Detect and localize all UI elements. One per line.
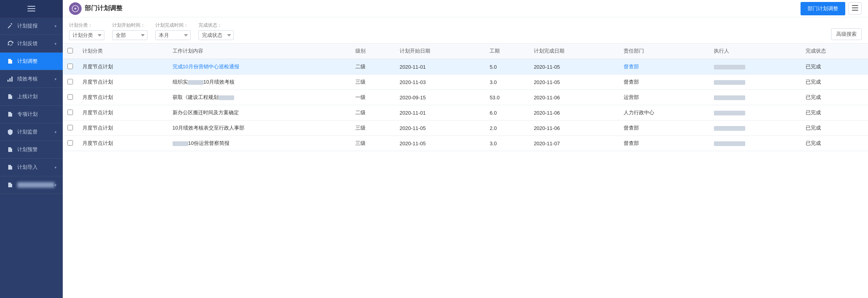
table-row: 月度节点计划10份运营督察简报三级2020-11-053.02020-11-07… <box>63 136 868 151</box>
col-level: 级别 <box>351 44 395 59</box>
chevron-icon: ▾ <box>55 183 56 187</box>
menu-button[interactable] <box>848 2 862 15</box>
dept-plan-adjust-button[interactable]: 部门计划调整 <box>801 2 845 15</box>
select-all-checkbox[interactable] <box>67 48 73 53</box>
sidebar-item-label: 计划提报 <box>17 22 55 29</box>
sidebar: 计划提报 ▾ 计划反馈 ▾ 计划调整 绩效考核 ▾ 上线计划 专项计划 <box>0 0 63 298</box>
chevron-icon: ▾ <box>55 42 56 46</box>
sidebar-item-plan-import[interactable]: 计划导入 ▾ <box>0 159 63 176</box>
table-header-row: 计划分类 工作计划内容 级别 计划开始日期 工期 计划完成日期 责任部门 执行人… <box>63 44 868 59</box>
sidebar-item-plan-monitor[interactable]: 计划监督 ▾ <box>0 123 63 141</box>
row-duration: 53.0 <box>485 90 529 105</box>
row-dept: 督查部 <box>619 75 709 90</box>
sidebar-item-label: 绩效考核 <box>17 75 55 82</box>
row-dept[interactable]: 督查部 <box>619 59 709 75</box>
sidebar-item-plan-warn[interactable]: 计划预警 <box>0 141 63 159</box>
row-checkbox[interactable] <box>67 94 73 100</box>
row-content: 10份运营督察简报 <box>168 136 351 151</box>
row-content[interactable]: 完成10月份营销中心巡检通报 <box>168 59 351 75</box>
row-start-date: 2020-11-05 <box>395 121 485 136</box>
row-end-date: 2020-11-06 <box>529 121 619 136</box>
advanced-search-button[interactable]: 高级搜索 <box>831 28 862 40</box>
row-checkbox[interactable] <box>67 110 73 115</box>
sidebar-item-online-plan[interactable]: 上线计划 <box>0 88 63 106</box>
row-start-date: 2020-09-15 <box>395 90 485 105</box>
row-duration: 6.0 <box>485 105 529 121</box>
bar-icon <box>6 75 14 83</box>
chevron-icon: ▾ <box>55 130 56 134</box>
row-end-date: 2020-11-06 <box>529 90 619 105</box>
row-start-date: 2020-11-05 <box>395 136 485 151</box>
sidebar-item-label: 计划反馈 <box>17 40 55 47</box>
topbar-left: 部门计划调整 <box>69 2 122 15</box>
menu-icon <box>27 5 35 13</box>
row-content: 10月绩效考核表交至行政人事部 <box>168 121 351 136</box>
start-select[interactable]: 全部 <box>112 30 147 40</box>
sync-icon <box>6 40 14 48</box>
row-checkbox[interactable] <box>67 125 73 130</box>
end-select[interactable]: 本月 <box>155 30 191 40</box>
plan-table: 计划分类 工作计划内容 级别 计划开始日期 工期 计划完成日期 责任部门 执行人… <box>63 44 868 151</box>
blurred-executor <box>714 111 745 115</box>
row-checkbox-cell <box>63 121 78 136</box>
doc3-icon <box>6 110 14 118</box>
row-category: 月度节点计划 <box>78 105 168 121</box>
sidebar-item-perf-check[interactable]: 绩效考核 ▾ <box>0 70 63 88</box>
sidebar-item-label: 专项计划 <box>17 111 56 118</box>
dept-link[interactable]: 督查部 <box>624 64 639 69</box>
col-checkbox <box>63 44 78 59</box>
row-checkbox[interactable] <box>67 79 73 84</box>
row-executor <box>709 59 801 75</box>
status-select[interactable]: 完成状态 <box>198 30 234 40</box>
row-checkbox[interactable] <box>67 140 73 146</box>
row-status: 已完成 <box>801 59 868 75</box>
filter-bar: 计划分类： 计划分类 计划开始时间： 全部 计划完成时间： 本月 完成状态： 完… <box>63 17 868 44</box>
row-category: 月度节点计划 <box>78 75 168 90</box>
blurred-executor <box>714 126 745 131</box>
doc2-icon <box>6 93 14 101</box>
page-icon <box>69 2 82 15</box>
sidebar-item-plan-adjust[interactable]: 计划调整 <box>0 53 63 70</box>
filter-start: 计划开始时间： 全部 <box>112 22 147 40</box>
svg-rect-8 <box>852 7 858 8</box>
svg-rect-0 <box>27 6 35 7</box>
col-content: 工作计划内容 <box>168 44 351 59</box>
sidebar-item-plan-submit[interactable]: 计划提报 ▾ <box>0 17 63 35</box>
row-checkbox[interactable] <box>67 64 73 69</box>
row-content: 获取《建设工程规划 <box>168 90 351 105</box>
sidebar-item-label: 计划预警 <box>17 146 56 153</box>
row-level: 一级 <box>351 90 395 105</box>
row-end-date: 2020-11-05 <box>529 59 619 75</box>
blurred-text <box>218 95 234 100</box>
row-category: 月度节点计划 <box>78 121 168 136</box>
row-category: 月度节点计划 <box>78 90 168 105</box>
sidebar-item-special-plan[interactable]: 专项计划 <box>0 106 63 123</box>
sidebar-item-sap[interactable]: ▾ <box>0 176 63 194</box>
svg-rect-2 <box>27 11 35 11</box>
page-title: 部门计划调整 <box>85 4 122 13</box>
edit-icon <box>6 22 14 30</box>
sidebar-item-label: 上线计划 <box>17 93 56 100</box>
row-start-date: 2020-11-03 <box>395 75 485 90</box>
svg-rect-3 <box>7 80 9 82</box>
row-level: 三级 <box>351 136 395 151</box>
content-link[interactable]: 完成10月份营销中心巡检通报 <box>173 64 239 69</box>
status-label: 完成状态： <box>198 22 234 29</box>
row-start-date: 2020-11-01 <box>395 59 485 75</box>
doc5-icon <box>6 181 14 189</box>
col-end-date: 计划完成日期 <box>529 44 619 59</box>
row-level: 二级 <box>351 59 395 75</box>
filter-category: 计划分类： 计划分类 <box>69 22 104 40</box>
row-level: 三级 <box>351 75 395 90</box>
row-status: 已完成 <box>801 136 868 151</box>
sidebar-item-plan-feedback[interactable]: 计划反馈 ▾ <box>0 35 63 53</box>
row-end-date: 2020-11-07 <box>529 136 619 151</box>
category-select[interactable]: 计划分类 <box>69 30 104 40</box>
sidebar-item-label: 计划调整 <box>17 58 56 65</box>
col-executor: 执行人 <box>709 44 801 59</box>
sidebar-item-label <box>17 182 55 188</box>
row-start-date: 2020-11-01 <box>395 105 485 121</box>
blurred-text <box>173 141 188 146</box>
row-checkbox-cell <box>63 59 78 75</box>
row-status: 已完成 <box>801 75 868 90</box>
